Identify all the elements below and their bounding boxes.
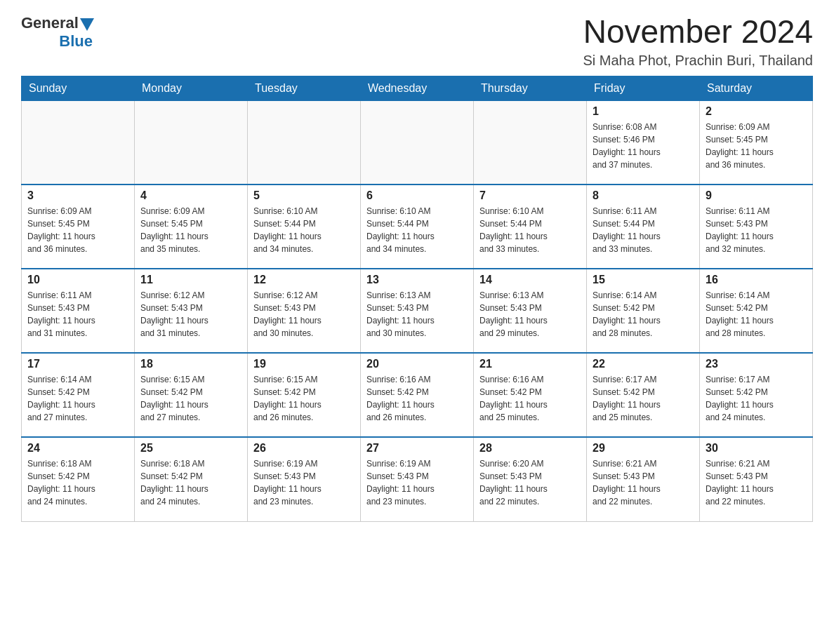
day-number: 7 — [479, 189, 581, 202]
day-number: 5 — [253, 189, 355, 202]
calendar-cell: 30Sunrise: 6:21 AM Sunset: 5:43 PM Dayli… — [700, 437, 813, 521]
calendar-cell: 6Sunrise: 6:10 AM Sunset: 5:44 PM Daylig… — [361, 185, 474, 269]
logo: General Blue — [21, 14, 94, 51]
day-number: 14 — [479, 274, 581, 286]
day-number: 8 — [593, 189, 694, 202]
day-number: 6 — [366, 189, 468, 202]
day-number: 1 — [593, 105, 694, 118]
day-info: Sunrise: 6:10 AM Sunset: 5:44 PM Dayligh… — [479, 205, 581, 255]
calendar-cell: 5Sunrise: 6:10 AM Sunset: 5:44 PM Daylig… — [248, 185, 361, 269]
calendar-cell: 27Sunrise: 6:19 AM Sunset: 5:43 PM Dayli… — [361, 437, 474, 521]
calendar-cell — [22, 100, 135, 185]
calendar-header-saturday: Saturday — [700, 76, 813, 100]
calendar-table: SundayMondayTuesdayWednesdayThursdayFrid… — [21, 76, 813, 522]
calendar-cell: 3Sunrise: 6:09 AM Sunset: 5:45 PM Daylig… — [22, 185, 135, 269]
calendar-cell: 21Sunrise: 6:16 AM Sunset: 5:42 PM Dayli… — [474, 353, 587, 437]
day-info: Sunrise: 6:11 AM Sunset: 5:44 PM Dayligh… — [593, 205, 694, 255]
day-number: 27 — [366, 442, 468, 455]
calendar-cell: 13Sunrise: 6:13 AM Sunset: 5:43 PM Dayli… — [361, 269, 474, 353]
day-info: Sunrise: 6:11 AM Sunset: 5:43 PM Dayligh… — [706, 205, 807, 255]
calendar-week-row-2: 3Sunrise: 6:09 AM Sunset: 5:45 PM Daylig… — [22, 185, 813, 269]
calendar-cell: 17Sunrise: 6:14 AM Sunset: 5:42 PM Dayli… — [22, 353, 135, 437]
calendar-cell: 9Sunrise: 6:11 AM Sunset: 5:43 PM Daylig… — [700, 185, 813, 269]
day-number: 9 — [706, 189, 807, 202]
day-number: 19 — [253, 358, 355, 370]
day-number: 11 — [140, 274, 241, 286]
day-number: 22 — [593, 358, 694, 370]
day-info: Sunrise: 6:09 AM Sunset: 5:45 PM Dayligh… — [27, 205, 128, 255]
day-number: 16 — [706, 274, 807, 286]
day-number: 13 — [366, 274, 468, 286]
page-header: General Blue November 2024 Si Maha Phot,… — [21, 14, 813, 69]
calendar-cell: 19Sunrise: 6:15 AM Sunset: 5:42 PM Dayli… — [248, 353, 361, 437]
day-info: Sunrise: 6:12 AM Sunset: 5:43 PM Dayligh… — [140, 289, 241, 340]
calendar-cell: 16Sunrise: 6:14 AM Sunset: 5:42 PM Dayli… — [700, 269, 813, 353]
calendar-week-row-5: 24Sunrise: 6:18 AM Sunset: 5:42 PM Dayli… — [22, 437, 813, 521]
day-info: Sunrise: 6:17 AM Sunset: 5:42 PM Dayligh… — [593, 373, 694, 424]
day-info: Sunrise: 6:10 AM Sunset: 5:44 PM Dayligh… — [366, 205, 468, 255]
day-info: Sunrise: 6:14 AM Sunset: 5:42 PM Dayligh… — [706, 289, 807, 340]
day-info: Sunrise: 6:09 AM Sunset: 5:45 PM Dayligh… — [140, 205, 241, 255]
calendar-header-wednesday: Wednesday — [361, 76, 474, 100]
day-info: Sunrise: 6:14 AM Sunset: 5:42 PM Dayligh… — [593, 289, 694, 340]
calendar-cell: 11Sunrise: 6:12 AM Sunset: 5:43 PM Dayli… — [135, 269, 248, 353]
day-info: Sunrise: 6:15 AM Sunset: 5:42 PM Dayligh… — [140, 373, 241, 424]
day-info: Sunrise: 6:21 AM Sunset: 5:43 PM Dayligh… — [706, 457, 807, 508]
day-number: 24 — [27, 442, 128, 455]
day-info: Sunrise: 6:19 AM Sunset: 5:43 PM Dayligh… — [253, 457, 355, 508]
title-area: November 2024 Si Maha Phot, Prachin Buri… — [583, 14, 813, 69]
day-info: Sunrise: 6:18 AM Sunset: 5:42 PM Dayligh… — [27, 457, 128, 508]
calendar-cell: 28Sunrise: 6:20 AM Sunset: 5:43 PM Dayli… — [474, 437, 587, 521]
calendar-cell: 24Sunrise: 6:18 AM Sunset: 5:42 PM Dayli… — [22, 437, 135, 521]
calendar-cell: 25Sunrise: 6:18 AM Sunset: 5:42 PM Dayli… — [135, 437, 248, 521]
calendar-header-friday: Friday — [587, 76, 700, 100]
calendar-cell: 29Sunrise: 6:21 AM Sunset: 5:43 PM Dayli… — [587, 437, 700, 521]
day-info: Sunrise: 6:09 AM Sunset: 5:45 PM Dayligh… — [706, 121, 807, 171]
calendar-week-row-3: 10Sunrise: 6:11 AM Sunset: 5:43 PM Dayli… — [22, 269, 813, 353]
calendar-week-row-1: 1Sunrise: 6:08 AM Sunset: 5:46 PM Daylig… — [22, 100, 813, 185]
calendar-header-thursday: Thursday — [474, 76, 587, 100]
day-info: Sunrise: 6:10 AM Sunset: 5:44 PM Dayligh… — [253, 205, 355, 255]
calendar-cell: 4Sunrise: 6:09 AM Sunset: 5:45 PM Daylig… — [135, 185, 248, 269]
day-number: 4 — [140, 189, 241, 202]
calendar-cell — [248, 100, 361, 185]
location-subtitle: Si Maha Phot, Prachin Buri, Thailand — [583, 53, 813, 69]
calendar-header-sunday: Sunday — [22, 76, 135, 100]
calendar-cell: 26Sunrise: 6:19 AM Sunset: 5:43 PM Dayli… — [248, 437, 361, 521]
calendar-header-monday: Monday — [135, 76, 248, 100]
day-number: 30 — [706, 442, 807, 455]
calendar-cell: 2Sunrise: 6:09 AM Sunset: 5:45 PM Daylig… — [700, 100, 813, 185]
day-number: 23 — [706, 358, 807, 370]
day-info: Sunrise: 6:21 AM Sunset: 5:43 PM Dayligh… — [593, 457, 694, 508]
calendar-week-row-4: 17Sunrise: 6:14 AM Sunset: 5:42 PM Dayli… — [22, 353, 813, 437]
day-info: Sunrise: 6:20 AM Sunset: 5:43 PM Dayligh… — [479, 457, 581, 508]
day-number: 20 — [366, 358, 468, 370]
day-info: Sunrise: 6:13 AM Sunset: 5:43 PM Dayligh… — [366, 289, 468, 340]
day-info: Sunrise: 6:19 AM Sunset: 5:43 PM Dayligh… — [366, 457, 468, 508]
calendar-cell: 8Sunrise: 6:11 AM Sunset: 5:44 PM Daylig… — [587, 185, 700, 269]
day-info: Sunrise: 6:16 AM Sunset: 5:42 PM Dayligh… — [479, 373, 581, 424]
calendar-cell: 7Sunrise: 6:10 AM Sunset: 5:44 PM Daylig… — [474, 185, 587, 269]
day-number: 21 — [479, 358, 581, 370]
calendar-cell — [135, 100, 248, 185]
day-number: 3 — [27, 189, 128, 202]
day-info: Sunrise: 6:14 AM Sunset: 5:42 PM Dayligh… — [27, 373, 128, 424]
day-info: Sunrise: 6:08 AM Sunset: 5:46 PM Dayligh… — [593, 121, 694, 171]
calendar-cell: 1Sunrise: 6:08 AM Sunset: 5:46 PM Daylig… — [587, 100, 700, 185]
logo-blue-text: Blue — [59, 32, 93, 51]
day-info: Sunrise: 6:18 AM Sunset: 5:42 PM Dayligh… — [140, 457, 241, 508]
day-info: Sunrise: 6:15 AM Sunset: 5:42 PM Dayligh… — [253, 373, 355, 424]
day-number: 25 — [140, 442, 241, 455]
day-number: 17 — [27, 358, 128, 370]
day-info: Sunrise: 6:11 AM Sunset: 5:43 PM Dayligh… — [27, 289, 128, 340]
logo-general-text: General — [21, 14, 79, 32]
day-number: 2 — [706, 105, 807, 118]
day-number: 26 — [253, 442, 355, 455]
calendar-cell: 22Sunrise: 6:17 AM Sunset: 5:42 PM Dayli… — [587, 353, 700, 437]
day-number: 12 — [253, 274, 355, 286]
calendar-cell: 10Sunrise: 6:11 AM Sunset: 5:43 PM Dayli… — [22, 269, 135, 353]
day-number: 28 — [479, 442, 581, 455]
day-info: Sunrise: 6:16 AM Sunset: 5:42 PM Dayligh… — [366, 373, 468, 424]
calendar-header-tuesday: Tuesday — [248, 76, 361, 100]
calendar-cell: 23Sunrise: 6:17 AM Sunset: 5:42 PM Dayli… — [700, 353, 813, 437]
